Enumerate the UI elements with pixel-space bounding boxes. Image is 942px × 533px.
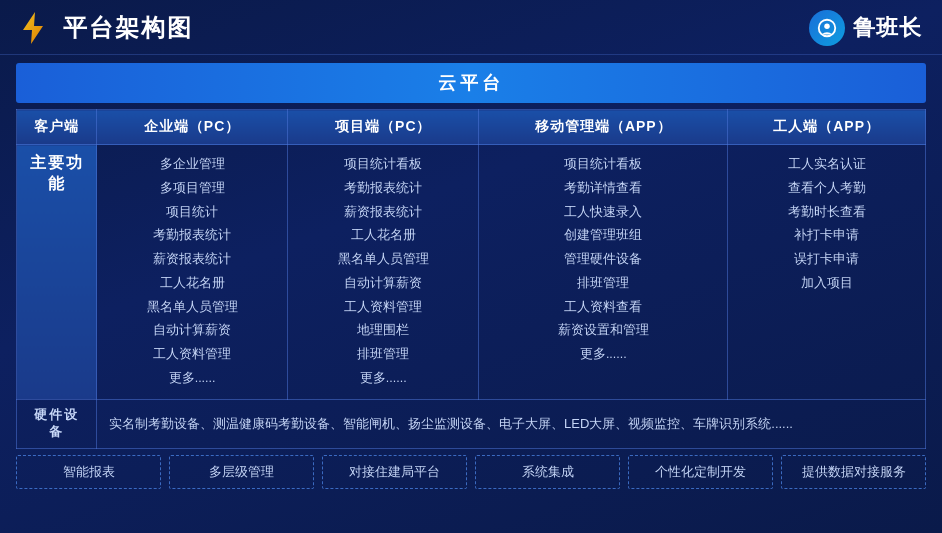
bottom-item-0: 智能报表 (16, 455, 161, 489)
main-content: 云平台 客户端 企业端（PC） 项目端（PC） 移动管理端（APP） 工人端（A… (0, 55, 942, 497)
brand-icon (809, 10, 845, 46)
project-features: 项目统计看板考勤报表统计薪资报表统计工人花名册黑名单人员管理自动计算薪资工人资料… (288, 145, 479, 400)
svg-marker-0 (23, 12, 43, 44)
bottom-item-1: 多层级管理 (169, 455, 314, 489)
svg-point-2 (824, 23, 830, 29)
feature-list-enterprise: 多企业管理多项目管理项目统计考勤报表统计薪资报表统计工人花名册黑名单人员管理自动… (107, 153, 277, 391)
bottom-item-4: 个性化定制开发 (628, 455, 773, 489)
col-header-client: 客户端 (17, 110, 97, 145)
page-title: 平台架构图 (63, 12, 193, 44)
header-left: 平台架构图 (15, 10, 193, 46)
col-header-enterprise: 企业端（PC） (97, 110, 288, 145)
col-header-worker: 工人端（APP） (728, 110, 926, 145)
col-header-project: 项目端（PC） (288, 110, 479, 145)
bottom-item-2: 对接住建局平台 (322, 455, 467, 489)
bottom-item-5: 提供数据对接服务 (781, 455, 926, 489)
cloud-platform-bar: 云平台 (16, 63, 926, 103)
col-header-mobile: 移动管理端（APP） (479, 110, 728, 145)
hardware-content: 实名制考勤设备、测温健康码考勤设备、智能闸机、扬尘监测设备、电子大屏、LED大屏… (97, 399, 926, 448)
logo-icon (15, 10, 51, 46)
bottom-row: 智能报表 多层级管理 对接住建局平台 系统集成 个性化定制开发 提供数据对接服务 (16, 455, 926, 489)
main-features-row: 主要功能 多企业管理多项目管理项目统计考勤报表统计薪资报表统计工人花名册黑名单人… (17, 145, 926, 400)
header: 平台架构图 鲁班长 (0, 0, 942, 55)
brand-name: 鲁班长 (853, 13, 922, 43)
enterprise-features: 多企业管理多项目管理项目统计考勤报表统计薪资报表统计工人花名册黑名单人员管理自动… (97, 145, 288, 400)
feature-list-project: 项目统计看板考勤报表统计薪资报表统计工人花名册黑名单人员管理自动计算薪资工人资料… (298, 153, 468, 391)
brand-logo: 鲁班长 (809, 10, 922, 46)
hardware-row: 硬件设备 实名制考勤设备、测温健康码考勤设备、智能闸机、扬尘监测设备、电子大屏、… (17, 399, 926, 448)
row-header-hardware: 硬件设备 (17, 399, 97, 448)
bottom-item-3: 系统集成 (475, 455, 620, 489)
feature-list-mobile: 项目统计看板考勤详情查看工人快速录入创建管理班组管理硬件设备排班管理工人资料查看… (489, 153, 717, 367)
row-header-main-function: 主要功能 (17, 145, 97, 400)
feature-list-worker: 工人实名认证查看个人考勤考勤时长查看补打卡申请误打卡申请加入项目 (738, 153, 915, 296)
column-header-row: 客户端 企业端（PC） 项目端（PC） 移动管理端（APP） 工人端（APP） (17, 110, 926, 145)
platform-table: 客户端 企业端（PC） 项目端（PC） 移动管理端（APP） 工人端（APP） … (16, 109, 926, 449)
mobile-features: 项目统计看板考勤详情查看工人快速录入创建管理班组管理硬件设备排班管理工人资料查看… (479, 145, 728, 400)
worker-features: 工人实名认证查看个人考勤考勤时长查看补打卡申请误打卡申请加入项目 (728, 145, 926, 400)
